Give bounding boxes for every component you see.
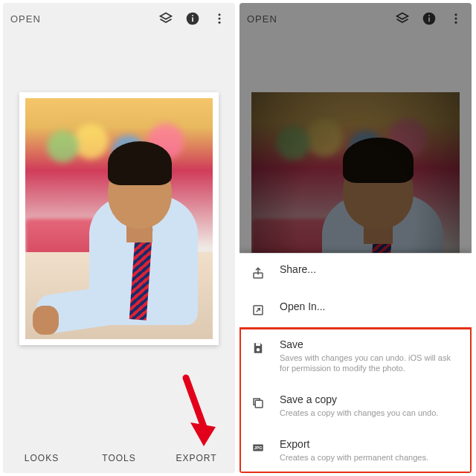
sheet-share[interactable]: Share... xyxy=(239,254,472,291)
layers-icon[interactable] xyxy=(158,10,174,27)
top-bar: OPEN xyxy=(239,3,472,34)
svg-rect-16 xyxy=(256,343,260,346)
annotation-arrow xyxy=(181,373,216,448)
svg-rect-18 xyxy=(255,401,263,408)
svg-rect-1 xyxy=(192,17,193,22)
more-icon[interactable] xyxy=(448,10,464,27)
sheet-open-in[interactable]: Open In... xyxy=(239,291,472,328)
svg-point-13 xyxy=(455,22,457,24)
svg-point-4 xyxy=(219,18,221,20)
tab-export[interactable]: EXPORT xyxy=(158,443,235,473)
more-icon[interactable] xyxy=(211,10,228,27)
svg-point-3 xyxy=(219,13,221,16)
sheet-save-title: Save xyxy=(280,338,461,350)
sheet-save-group: Save Saves with changes you can undo. iO… xyxy=(239,328,472,473)
tab-tools[interactable]: TOOLS xyxy=(80,443,158,473)
bottom-tabs: LOOKS TOOLS EXPORT xyxy=(3,443,235,473)
open-button[interactable]: OPEN xyxy=(10,13,147,25)
sheet-export[interactable]: JPG Export Creates a copy with permanent… xyxy=(239,428,472,473)
sheet-export-title: Export xyxy=(280,438,461,450)
layers-icon[interactable] xyxy=(394,10,411,27)
info-icon[interactable] xyxy=(421,10,437,27)
svg-rect-10 xyxy=(428,15,430,16)
sheet-save-copy-title: Save a copy xyxy=(280,393,461,405)
svg-point-12 xyxy=(455,18,457,20)
sheet-save-sub: Saves with changes you can undo. iOS wil… xyxy=(280,353,461,375)
sheet-export-sub: Creates a copy with permanent changes. xyxy=(280,452,461,463)
svg-point-11 xyxy=(455,13,457,16)
open-button[interactable]: OPEN xyxy=(247,13,384,25)
phone-right: OPEN S xyxy=(239,3,472,473)
image-canvas[interactable] xyxy=(19,92,219,345)
save-copy-icon xyxy=(250,395,266,411)
share-icon xyxy=(250,265,266,281)
svg-line-6 xyxy=(186,378,204,427)
svg-rect-9 xyxy=(428,17,430,22)
svg-rect-2 xyxy=(192,15,193,16)
open-in-icon xyxy=(250,302,266,318)
sheet-save[interactable]: Save Saves with changes you can undo. iO… xyxy=(239,329,472,385)
phone-left: OPEN LOOKS TOOLS EXPORT xyxy=(3,3,235,473)
sheet-share-label: Share... xyxy=(280,263,461,275)
sheet-save-copy[interactable]: Save a copy Creates a copy with changes … xyxy=(239,384,472,428)
svg-point-5 xyxy=(219,22,221,24)
top-bar: OPEN xyxy=(3,3,235,34)
info-icon[interactable] xyxy=(184,10,201,27)
svg-text:JPG: JPG xyxy=(254,446,263,450)
svg-point-17 xyxy=(257,348,260,352)
tab-looks[interactable]: LOOKS xyxy=(3,443,80,473)
edited-photo xyxy=(25,98,213,339)
save-icon xyxy=(250,340,266,356)
sheet-save-copy-sub: Creates a copy with changes you can undo… xyxy=(280,408,461,419)
jpg-icon: JPG xyxy=(250,440,266,456)
export-sheet: Share... Open In... Save Saves with chan… xyxy=(239,253,472,473)
sheet-open-in-label: Open In... xyxy=(280,300,461,312)
